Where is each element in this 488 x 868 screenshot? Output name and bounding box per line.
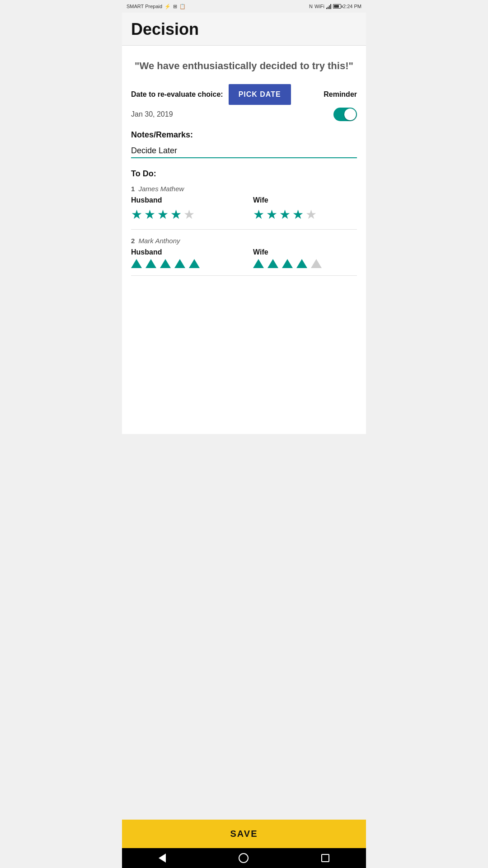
phone-icon: 📋 xyxy=(179,4,186,9)
notes-input[interactable] xyxy=(131,144,357,158)
date-value-row: Jan 30, 2019 xyxy=(131,108,357,121)
notes-label: Notes/Remarks: xyxy=(131,130,357,140)
pick-date-button[interactable]: PICK DATE xyxy=(229,84,291,105)
todo-item-1-husband-stars[interactable]: ★ ★ ★ ★ ★ xyxy=(131,207,235,222)
star-1[interactable]: ★ xyxy=(131,207,142,222)
apps-icon: ⊞ xyxy=(173,4,177,9)
todo-item-2-husband-group: Husband xyxy=(131,248,235,268)
tri-h5[interactable] xyxy=(189,259,200,268)
todo-item-2-name: Mark Anthony xyxy=(139,237,180,245)
star-w3[interactable]: ★ xyxy=(279,207,291,222)
battery-icon xyxy=(333,4,341,9)
status-bar-left: SMART Prepaid ⚡ ⊞ 📋 xyxy=(127,4,186,9)
todo-item-1-husband-label: Husband xyxy=(131,196,235,204)
todo-item-2-husband-label: Husband xyxy=(131,248,235,256)
todo-label: To Do: xyxy=(131,169,357,179)
decision-quote: "We have enthusiastically decided to try… xyxy=(131,59,357,73)
date-re-evaluate-label: Date to re-evaluate choice: xyxy=(131,90,223,99)
usb-icon: ⚡ xyxy=(164,4,171,9)
todo-item-1-wife-group: Wife ★ ★ ★ ★ ★ xyxy=(253,196,357,222)
star-w5[interactable]: ★ xyxy=(305,207,317,222)
tri-h1[interactable] xyxy=(131,259,142,268)
todo-item-2-wife-stars[interactable] xyxy=(253,259,357,268)
todo-item-2-header: 2 Mark Anthony xyxy=(131,237,357,245)
todo-item-1-number: 1 xyxy=(131,185,135,193)
status-bar-right: N WiFi 2:24 PM xyxy=(309,4,361,9)
star-w4[interactable]: ★ xyxy=(292,207,304,222)
reminder-toggle-container xyxy=(333,108,357,121)
date-value: Jan 30, 2019 xyxy=(131,110,173,118)
tri-w2[interactable] xyxy=(267,259,278,268)
toggle-knob xyxy=(344,108,356,120)
carrier-text: SMART Prepaid xyxy=(127,4,162,9)
star-2[interactable]: ★ xyxy=(144,207,155,222)
todo-item-1-wife-stars[interactable]: ★ ★ ★ ★ ★ xyxy=(253,207,357,222)
star-w1[interactable]: ★ xyxy=(253,207,264,222)
todo-item-1-header: 1 James Mathew xyxy=(131,185,357,193)
tri-h3[interactable] xyxy=(160,259,171,268)
todo-item-1-ratings: Husband ★ ★ ★ ★ ★ Wife ★ ★ ★ ★ ★ xyxy=(131,196,357,222)
tri-w1[interactable] xyxy=(253,259,264,268)
page-title: Decision xyxy=(131,20,199,38)
nfc-icon: N xyxy=(309,4,313,9)
reminder-label: Reminder xyxy=(324,90,357,99)
time-text: 2:24 PM xyxy=(343,4,361,9)
header: Decision xyxy=(122,13,366,46)
status-bar: SMART Prepaid ⚡ ⊞ 📋 N WiFi 2:24 PM xyxy=(122,0,366,13)
todo-item-1: 1 James Mathew Husband ★ ★ ★ ★ ★ Wife ★ … xyxy=(131,185,357,230)
todo-item-1-name: James Mathew xyxy=(139,185,184,193)
star-3[interactable]: ★ xyxy=(157,207,169,222)
tri-w3[interactable] xyxy=(282,259,293,268)
tri-h4[interactable] xyxy=(174,259,185,268)
tri-w4[interactable] xyxy=(296,259,307,268)
todo-item-2-wife-label: Wife xyxy=(253,248,357,256)
wifi-icon: WiFi xyxy=(314,4,324,9)
signal-icon xyxy=(326,4,331,9)
tri-w5[interactable] xyxy=(311,259,322,268)
todo-item-1-wife-label: Wife xyxy=(253,196,357,204)
todo-item-2-husband-stars[interactable] xyxy=(131,259,235,268)
todo-item-2-ratings: Husband Wife xyxy=(131,248,357,268)
todo-item-2: 2 Mark Anthony Husband Wife xyxy=(131,237,357,276)
todo-item-1-husband-group: Husband ★ ★ ★ ★ ★ xyxy=(131,196,235,222)
todo-item-2-wife-group: Wife xyxy=(253,248,357,268)
reminder-toggle[interactable] xyxy=(333,108,357,121)
tri-h2[interactable] xyxy=(145,259,156,268)
main-content: "We have enthusiastically decided to try… xyxy=(122,46,366,434)
star-5[interactable]: ★ xyxy=(183,207,195,222)
star-w2[interactable]: ★ xyxy=(266,207,277,222)
todo-item-2-number: 2 xyxy=(131,237,135,245)
star-4[interactable]: ★ xyxy=(170,207,182,222)
date-row: Date to re-evaluate choice: PICK DATE Re… xyxy=(131,84,357,105)
